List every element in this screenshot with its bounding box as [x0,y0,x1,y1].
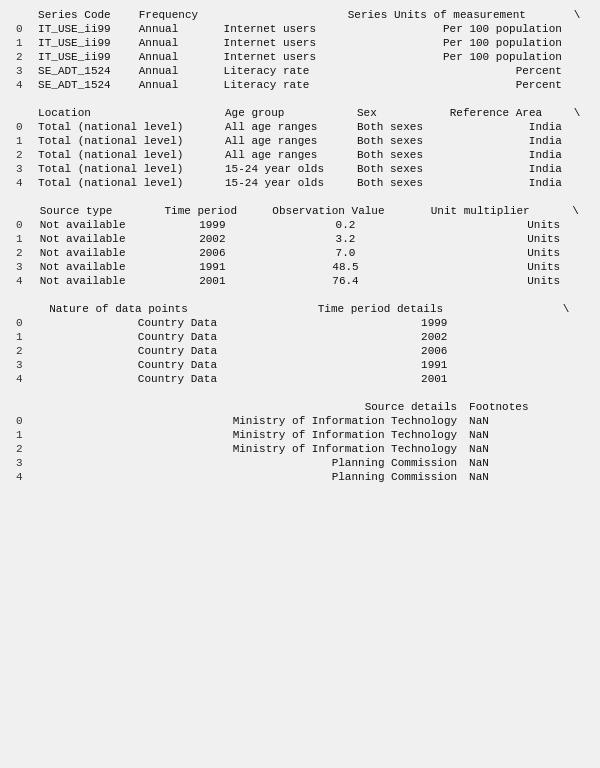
s3-col-slash: \ [566,204,590,218]
sex: Both sexes [351,148,444,162]
source-details: Planning Commission [43,470,463,484]
source-type: Not available [34,260,159,274]
main-container: Series Code Frequency Series Units of me… [0,0,600,768]
reference-area: India [444,176,568,190]
row-idx: 0 [10,120,32,134]
table-row: 1 IT_USE_ii99 Annual Internet users Per … [10,36,590,50]
row-idx: 1 [10,232,34,246]
row-idx: 1 [10,134,32,148]
source-details: Planning Commission [43,456,463,470]
time-period-details: 1991 [312,358,557,372]
row-idx: 2 [10,442,43,456]
observation-value: 3.2 [266,232,424,246]
unit-multiplier: Units [425,232,567,246]
row-idx: 4 [10,274,34,288]
table-row: 3 Planning Commission NaN [10,456,590,470]
table-row: 3 Total (national level) 15-24 year olds… [10,162,590,176]
row-slash [566,246,590,260]
time-period: 1991 [158,260,266,274]
observation-value: 76.4 [266,274,424,288]
source-details: Ministry of Information Technology [43,442,463,456]
series-type: Internet users [218,50,342,64]
row-idx: 4 [10,372,43,386]
row-slash [568,64,590,78]
row-slash [568,176,590,190]
source-details: Ministry of Information Technology [43,414,463,428]
age-group: 15-24 year olds [219,162,351,176]
s1-col-code: Series Code [32,8,133,22]
location: Total (national level) [32,148,219,162]
table-row: 3 SE_ADT_1524 Annual Literacy rate Perce… [10,64,590,78]
reference-area: India [444,120,568,134]
observation-value: 48.5 [266,260,424,274]
footnotes: NaN [463,456,590,470]
time-period-details: 2001 [312,372,557,386]
table-row: 1 Ministry of Information Technology NaN [10,428,590,442]
s1-col-spacer [218,8,342,22]
table-row: 4 Country Data 2001 [10,372,590,386]
s4-col-period: Time period details [312,302,557,316]
s1-col-units: Series Units of measurement [342,8,568,22]
frequency: Annual [133,22,218,36]
table-row: 3 Country Data 1991 [10,358,590,372]
row-slash [568,134,590,148]
row-idx: 2 [10,246,34,260]
series-type: Literacy rate [218,78,342,92]
row-slash [568,148,590,162]
row-idx: 1 [10,428,43,442]
series-code: IT_USE_ii99 [32,36,133,50]
s1-col-slash: \ [568,8,590,22]
time-period: 2001 [158,274,266,288]
s4-col-idx [10,302,43,316]
row-slash [557,344,590,358]
source-type: Not available [34,232,159,246]
table-row: 2 Total (national level) All age ranges … [10,148,590,162]
location: Total (national level) [32,176,219,190]
source-type: Not available [34,246,159,260]
row-slash [566,218,590,232]
s4-col-slash: \ [557,302,590,316]
sex: Both sexes [351,162,444,176]
row-idx: 1 [10,330,43,344]
table-row: 0 Not available 1999 0.2 Units [10,218,590,232]
reference-area: India [444,148,568,162]
source-type: Not available [34,274,159,288]
footnotes: NaN [463,414,590,428]
section5-table: Source details Footnotes 0 Ministry of I… [10,400,590,484]
nature-of-data: Country Data [43,372,312,386]
s2-col-idx [10,106,32,120]
footnotes: NaN [463,442,590,456]
table-row: 0 Country Data 1999 [10,316,590,330]
section3-table: Source type Time period Observation Valu… [10,204,590,288]
s3-col-idx [10,204,34,218]
footnotes: NaN [463,428,590,442]
row-idx: 2 [10,344,43,358]
time-period: 2006 [158,246,266,260]
time-period: 1999 [158,218,266,232]
sex: Both sexes [351,120,444,134]
age-group: All age ranges [219,120,351,134]
s5-col-source: Source details [43,400,463,414]
table-row: 2 IT_USE_ii99 Annual Internet users Per … [10,50,590,64]
reference-area: India [444,162,568,176]
s4-col-nature: Nature of data points [43,302,312,316]
unit-multiplier: Units [425,274,567,288]
table-row: 2 Country Data 2006 [10,344,590,358]
series-code: SE_ADT_1524 [32,64,133,78]
nature-of-data: Country Data [43,344,312,358]
row-slash [557,316,590,330]
s5-col-idx [10,400,43,414]
observation-value: 0.2 [266,218,424,232]
frequency: Annual [133,36,218,50]
time-period-details: 1999 [312,316,557,330]
s5-col-fn: Footnotes [463,400,590,414]
row-slash [566,274,590,288]
time-period-details: 2002 [312,330,557,344]
series-code: IT_USE_ii99 [32,22,133,36]
table-row: 2 Ministry of Information Technology NaN [10,442,590,456]
table-row: 3 Not available 1991 48.5 Units [10,260,590,274]
table-row: 4 Not available 2001 76.4 Units [10,274,590,288]
row-idx: 3 [10,162,32,176]
location: Total (national level) [32,134,219,148]
age-group: 15-24 year olds [219,176,351,190]
